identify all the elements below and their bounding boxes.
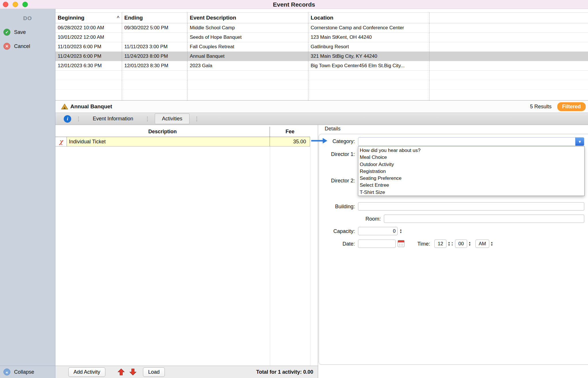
cell-empty xyxy=(430,61,588,70)
time-minute-input[interactable] xyxy=(455,240,467,248)
drag-handle-icon[interactable]: ⋮ xyxy=(76,115,81,122)
cell-empty xyxy=(55,90,122,101)
column-divider xyxy=(270,146,270,366)
pointer-arrow-icon xyxy=(311,138,328,144)
cell-empty xyxy=(122,71,187,80)
events-table: Beginning ^ Ending Event Description Loc… xyxy=(55,12,588,101)
column-header-ending-label: Ending xyxy=(124,15,143,21)
drag-handle-icon[interactable]: ⋮ xyxy=(145,115,150,122)
minute-stepper[interactable]: ▲ ▼ xyxy=(468,240,472,248)
window-title: Event Records xyxy=(0,0,588,9)
column-header-description-label: Event Description xyxy=(190,15,236,21)
cell-location: Big Town Expo Center456 Elm St.Big City.… xyxy=(308,61,430,70)
step-down-icon[interactable]: ▼ xyxy=(448,244,450,246)
calendar-icon[interactable] xyxy=(398,240,405,247)
tab-event-information[interactable]: Event Information xyxy=(86,114,140,124)
dropdown-option[interactable]: T-Shirt Size xyxy=(358,189,584,196)
save-button[interactable]: ✓ Save xyxy=(0,29,55,36)
category-combo-field[interactable]: ▼ xyxy=(358,137,584,146)
cell-description: Middle School Camp xyxy=(187,23,308,32)
cell-ending xyxy=(122,33,187,42)
column-header-location[interactable]: Location xyxy=(308,13,430,23)
capacity-stepper[interactable]: ▲ ▼ xyxy=(399,227,403,235)
step-down-icon[interactable]: ▼ xyxy=(491,244,493,246)
info-icon[interactable]: i xyxy=(64,115,71,123)
room-label: Room: xyxy=(318,216,381,222)
cell-empty xyxy=(430,23,588,32)
column-header-description[interactable]: Event Description xyxy=(187,13,308,23)
category-dropdown-button[interactable]: ▼ xyxy=(575,138,584,146)
results-count: 5 Results xyxy=(530,104,552,110)
table-row[interactable]: 06/28/2022 10:00 AM 09/30/2022 5:00 PM M… xyxy=(55,23,588,33)
cell-empty xyxy=(430,71,588,80)
drag-handle-icon[interactable]: ⋮ xyxy=(194,115,200,122)
cell-empty xyxy=(55,71,122,80)
capacity-label: Capacity: xyxy=(318,228,355,234)
dropdown-option[interactable]: Seating Preference xyxy=(358,175,584,182)
activity-fee-cell[interactable]: 35.00 xyxy=(270,137,310,146)
activity-description-cell[interactable]: Individual Ticket xyxy=(67,137,270,146)
collapse-chevrons-icon: « xyxy=(3,369,10,375)
events-table-header: Beginning ^ Ending Event Description Loc… xyxy=(55,13,588,23)
collapse-label: Collapse xyxy=(14,369,34,375)
table-row-selected[interactable]: 11/24/2023 6:00 PM 11/24/2023 8:00 PM An… xyxy=(55,52,588,61)
dropdown-option[interactable]: Registration xyxy=(358,168,584,175)
cell-empty xyxy=(308,80,430,89)
cell-empty xyxy=(430,90,588,101)
cell-empty xyxy=(308,71,430,80)
column-header-beginning[interactable]: Beginning ^ xyxy=(55,13,122,23)
cell-beginning: 06/28/2022 10:00 AM xyxy=(55,23,122,32)
dropdown-option[interactable]: How did you hear about us? xyxy=(358,147,584,154)
dropdown-option[interactable]: Outdoor Activity xyxy=(358,161,584,168)
cell-empty xyxy=(430,42,588,51)
time-hour-input[interactable] xyxy=(434,240,446,248)
hour-stepper[interactable]: ▲ ▼ xyxy=(447,240,451,248)
activity-row[interactable]: χ Individual Ticket 35.00 xyxy=(55,137,310,146)
collapse-button[interactable]: « Collapse xyxy=(0,366,55,378)
load-button[interactable]: Load xyxy=(143,367,165,377)
cancel-button[interactable]: ✕ Cancel xyxy=(0,43,55,50)
step-down-icon[interactable]: ▼ xyxy=(400,231,402,234)
tab-activities[interactable]: Activities xyxy=(155,113,189,124)
cell-location: 321 Main StBig City, KY 44240 xyxy=(308,52,430,61)
cell-empty xyxy=(187,90,308,101)
dropdown-option[interactable]: Select Entree xyxy=(358,182,584,189)
cell-location: Cornerstone Camp and Conference Center xyxy=(308,23,430,32)
capacity-input[interactable] xyxy=(358,227,398,235)
table-row-empty xyxy=(55,80,588,90)
date-input[interactable] xyxy=(358,240,396,248)
cell-beginning: 11/24/2023 6:00 PM xyxy=(55,52,122,61)
cell-empty xyxy=(122,90,187,101)
move-up-icon[interactable] xyxy=(117,368,125,376)
activities-panel: Description Fee χ Individual Ticket 35.0… xyxy=(55,125,318,366)
category-dropdown-list: How did you hear about us? Meal Choice O… xyxy=(358,146,585,196)
activities-table-header: Description Fee xyxy=(55,127,310,137)
building-input[interactable] xyxy=(358,202,584,211)
column-header-fee: Fee xyxy=(270,127,310,137)
column-header-ending[interactable]: Ending xyxy=(122,13,187,23)
step-down-icon[interactable]: ▼ xyxy=(469,244,471,246)
event-header-bar: Annual Banquet 5 Results Filtered xyxy=(55,101,588,113)
delete-activity-icon[interactable]: χ xyxy=(55,137,67,146)
ampm-stepper[interactable]: ▲ ▼ xyxy=(490,240,494,248)
move-down-icon[interactable] xyxy=(129,368,137,376)
add-activity-button[interactable]: Add Activity xyxy=(68,367,105,377)
time-ampm-input[interactable] xyxy=(475,240,489,248)
column-header-location-label: Location xyxy=(311,15,333,21)
dropdown-option[interactable]: Meal Choice xyxy=(358,154,584,161)
table-row[interactable]: 12/01/2023 6:30 PM 12/01/2023 8:30 PM 20… xyxy=(55,61,588,71)
table-row[interactable]: 10/01/2022 12:00 AM Seeds of Hope Banque… xyxy=(55,33,588,42)
cell-beginning: 12/01/2023 6:30 PM xyxy=(55,61,122,70)
table-row[interactable]: 11/10/2023 6:00 PM 11/11/2023 3:00 PM Fa… xyxy=(55,42,588,52)
filtered-badge[interactable]: Filtered xyxy=(557,102,586,111)
room-input[interactable] xyxy=(384,215,584,223)
cell-empty xyxy=(308,90,430,101)
chevron-down-icon: ▼ xyxy=(578,140,582,144)
activities-total: Total for 1 activity: 0.00 xyxy=(256,369,313,375)
director1-label: Director 1: xyxy=(318,151,355,157)
cell-empty xyxy=(187,71,308,80)
save-check-icon: ✓ xyxy=(3,29,10,36)
event-tent-icon xyxy=(61,103,68,110)
sort-ascending-icon: ^ xyxy=(117,15,119,20)
date-label: Date: xyxy=(318,241,355,247)
